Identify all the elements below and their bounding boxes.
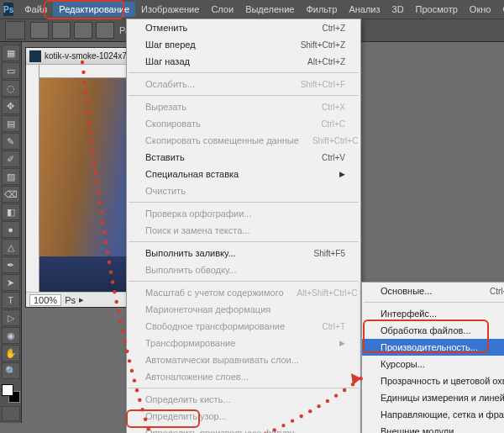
preferences-submenu: Основные...Ctrl+KИнтерфейс...Обработка ф… [361, 282, 504, 433]
tool-button[interactable]: ➤ [2, 274, 20, 291]
menu-item[interactable]: Единицы измерения и линейки... [362, 389, 504, 406]
menu-item[interactable]: Прозрачность и цветовой охват... [362, 372, 504, 389]
menu-item-label: Внешние модули... [381, 426, 504, 433]
menu-окно[interactable]: Окно [464, 2, 497, 17]
menu-item: СкопироватьCtrl+C [127, 115, 360, 132]
menu-separator [129, 281, 359, 282]
selection-intersect-icon[interactable] [96, 22, 114, 39]
tool-button[interactable]: △ [2, 239, 20, 256]
tool-button[interactable]: T [2, 292, 20, 309]
menu-item-label: Шаг назад [145, 56, 294, 66]
menu-item-shortcut: Ctrl+X [322, 103, 345, 112]
tool-button[interactable]: ◉ [2, 327, 20, 344]
menu-item: Определить узор... [127, 408, 360, 425]
menu-item[interactable]: Шаг назадAlt+Ctrl+Z [127, 53, 360, 70]
menu-item: Масштаб с учетом содержимогоAlt+Shift+Ct… [127, 284, 360, 301]
tool-button[interactable]: ✎ [2, 133, 20, 150]
menu-item: Определить произвольную фигуру... [127, 425, 360, 433]
menu-просмотр[interactable]: Просмотр [410, 2, 464, 17]
menu-справка[interactable]: Справка [496, 2, 504, 17]
menu-item[interactable]: ОтменитьCtrl+Z [127, 19, 360, 36]
menu-item-label: Шаг вперед [145, 40, 287, 50]
menu-item: Проверка орфографии... [127, 205, 360, 222]
menu-файл[interactable]: Файл [18, 2, 53, 17]
menu-item: Свободное трансформированиеCtrl+T [127, 318, 360, 335]
menu-item-label: Производительность... [381, 342, 504, 352]
menu-item[interactable]: Курсоры... [362, 356, 504, 372]
menu-item[interactable]: Выполнить заливку...Shift+F5 [127, 245, 360, 261]
menu-item[interactable]: Обработка файлов... [362, 322, 504, 339]
menu-item-label: Вставить [145, 152, 308, 162]
menu-item-label: Определить произвольную фигуру... [145, 428, 345, 433]
menu-item-shortcut: Shift+Ctrl+C [312, 136, 358, 145]
submenu-arrow-icon: ▶ [339, 170, 345, 178]
selection-subtract-icon[interactable] [74, 22, 92, 39]
tool-button[interactable]: ● [2, 221, 20, 238]
menu-item-label: Интерфейс... [381, 309, 504, 319]
menu-фильтр[interactable]: Фильтр [300, 2, 343, 17]
menu-item-shortcut: Shift+Ctrl+Z [301, 40, 345, 50]
tool-button[interactable]: 🔍 [2, 362, 20, 379]
tool-button[interactable]: ▭ [2, 62, 20, 79]
menu-редактирование[interactable]: Редактирование [53, 2, 135, 17]
tool-button[interactable]: ◌ [2, 80, 20, 97]
tool-button[interactable]: ✋ [2, 345, 20, 362]
menu-item: ВырезатьCtrl+X [127, 98, 360, 115]
menu-item: Ослабить...Shift+Ctrl+F [127, 76, 360, 92]
menu-слои[interactable]: Слои [205, 2, 239, 17]
tool-button[interactable]: ✒ [2, 256, 20, 273]
tool-button[interactable]: ◧ [2, 203, 20, 220]
color-swatches[interactable] [2, 384, 20, 403]
document-zoom[interactable]: 100% [29, 294, 61, 306]
menu-анализ[interactable]: Анализ [343, 2, 386, 17]
menu-item-label: Обработка файлов... [381, 325, 504, 335]
current-tool-preset[interactable] [5, 21, 25, 40]
tool-button[interactable]: ▦ [2, 45, 20, 61]
menu-item[interactable]: Шаг впередShift+Ctrl+Z [127, 36, 360, 53]
photoshop-window: Ps ФайлРедактированиеИзображениеСлоиВыде… [0, 0, 504, 433]
tool-button[interactable]: ▤ [2, 115, 20, 132]
menu-item-shortcut: Ctrl+Z [323, 24, 346, 33]
menu-item[interactable]: Интерфейс... [362, 305, 504, 322]
menu-item-label: Единицы измерения и линейки... [381, 393, 504, 403]
selection-new-icon[interactable] [30, 22, 49, 39]
menu-изображение[interactable]: Изображение [135, 2, 205, 17]
menu-item-label: Специальная вставка [145, 169, 339, 179]
tool-button[interactable]: ▷ [2, 309, 20, 326]
menu-item-label: Проверка орфографии... [145, 209, 345, 219]
menu-item-label: Масштаб с учетом содержимого [145, 288, 284, 298]
menu-item-shortcut: Shift+F5 [313, 249, 345, 258]
menu-item[interactable]: ВставитьCtrl+V [127, 149, 360, 166]
menu-выделение[interactable]: Выделение [239, 2, 300, 17]
menu-item-label: Определить узор... [145, 411, 345, 421]
menu-item[interactable]: Основные...Ctrl+K [362, 283, 504, 299]
tool-button[interactable]: ✐ [2, 150, 20, 167]
menu-separator [129, 388, 359, 388]
menu-item: Автоналожение слоев... [127, 368, 360, 385]
edit-menu-dropdown: ОтменитьCtrl+ZШаг впередShift+Ctrl+ZШаг … [126, 18, 361, 433]
menu-item-label: Курсоры... [381, 359, 504, 369]
menu-item-label: Поиск и замена текста... [145, 225, 345, 235]
tool-button[interactable]: ✥ [2, 98, 20, 114]
menu-item[interactable]: Специальная вставка▶ [127, 166, 360, 182]
menu-item[interactable]: Направляющие, сетка и фрагменты... [362, 406, 504, 423]
menu-item-label: Определить кисть... [145, 394, 345, 404]
tool-button[interactable]: ⌫ [2, 186, 20, 203]
menu-item-label: Ослабить... [145, 79, 287, 89]
status-arrow-icon[interactable]: ▸ [79, 294, 84, 305]
menu-item-label: Основные... [381, 286, 476, 296]
quick-mask-button[interactable] [2, 406, 20, 421]
menu-item-shortcut: Ctrl+V [322, 153, 345, 162]
menu-item-label: Трансформирование [145, 338, 339, 348]
menu-item-label: Отменить [145, 23, 309, 33]
vertical-ruler[interactable] [26, 65, 39, 292]
tool-button[interactable]: ▨ [2, 168, 20, 185]
selection-add-icon[interactable] [52, 22, 71, 39]
menu-item-label: Направляющие, сетка и фрагменты... [381, 409, 504, 420]
menu-item[interactable]: Внешние модули... [362, 423, 504, 433]
document-icon [29, 50, 41, 62]
menu-item-label: Скопировать [145, 119, 307, 129]
menu-3d[interactable]: 3D [386, 2, 410, 17]
menu-item[interactable]: Производительность... [362, 339, 504, 356]
menu-item: Выполнить обводку... [127, 261, 360, 278]
